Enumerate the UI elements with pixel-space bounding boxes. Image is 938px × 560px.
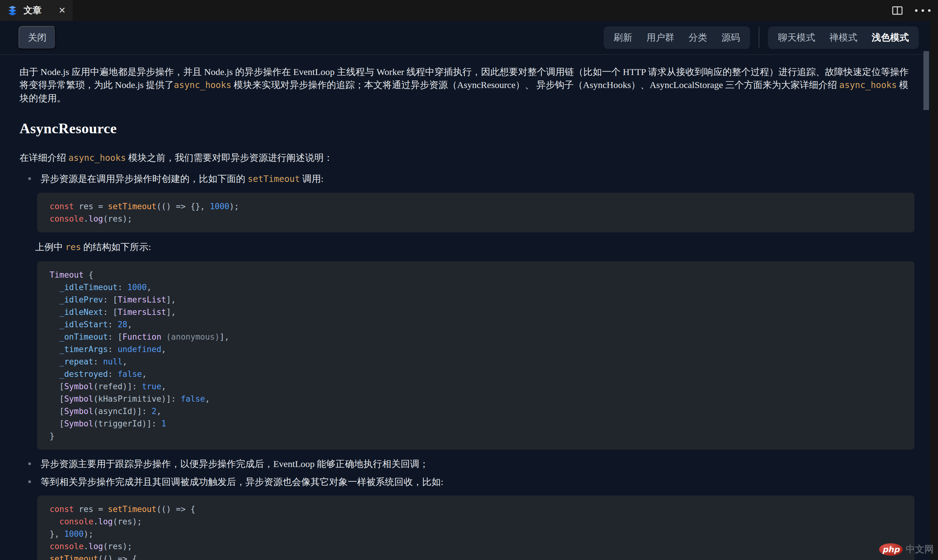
window-actions bbox=[892, 6, 938, 15]
split-editor-icon[interactable] bbox=[892, 6, 903, 15]
bullet-list-2: 异步资源主要用于跟踪异步操作，以便异步操作完成后，EventLoop 能够正确地… bbox=[20, 458, 915, 488]
toolbar-actions-group: 刷新 用户群 分类 源码 bbox=[603, 26, 750, 49]
intro-paragraph: 由于 Node.js 应用中遍地都是异步操作，并且 Node.js 的异步操作在… bbox=[20, 65, 915, 105]
bullet-list: 异步资源是在调用异步操作时创建的，比如下面的 setTimeout 调用: bbox=[20, 172, 915, 185]
php-logo: php bbox=[879, 543, 903, 556]
user-group-button[interactable]: 用户群 bbox=[646, 31, 674, 44]
pre-list-paragraph: 在详细介绍 async_hooks 模块之前，我们需要对即异步资源进行阐述说明： bbox=[20, 151, 915, 165]
section-heading: AsyncResource bbox=[20, 120, 915, 137]
code-block-recycle-example[interactable]: const res = setTimeout(() => { console.l… bbox=[37, 495, 915, 560]
toolbar-modes-group: 聊天模式 禅模式 浅色模式 bbox=[768, 26, 919, 49]
chat-mode-button[interactable]: 聊天模式 bbox=[778, 31, 815, 44]
tab-close-icon[interactable]: ✕ bbox=[59, 6, 66, 15]
list-item: 异步资源主要用于跟踪异步操作，以便异步操作完成后，EventLoop 能够正确地… bbox=[20, 458, 915, 470]
toolbar-right: 刷新 用户群 分类 源码 聊天模式 禅模式 浅色模式 bbox=[603, 26, 919, 49]
toolbar-divider bbox=[759, 27, 759, 48]
refresh-button[interactable]: 刷新 bbox=[614, 31, 632, 44]
watermark-text: 中文网 bbox=[906, 543, 933, 556]
category-button[interactable]: 分类 bbox=[689, 31, 707, 44]
tab-title: 文章 bbox=[23, 4, 42, 17]
zen-mode-button[interactable]: 禅模式 bbox=[829, 31, 857, 44]
light-mode-button[interactable]: 浅色模式 bbox=[872, 31, 909, 44]
tab-article[interactable]: 文章 ✕ bbox=[0, 0, 73, 21]
source-code-button[interactable]: 源码 bbox=[722, 31, 740, 44]
list-item: 等到相关异步操作完成并且其回调被成功触发后，异步资源也会像其它对象一样被系统回收… bbox=[20, 476, 915, 488]
window-right-edge bbox=[930, 21, 938, 560]
tab-bar: 文章 ✕ bbox=[0, 0, 938, 21]
close-article-button[interactable]: 关闭 bbox=[19, 26, 56, 49]
article-content: 由于 Node.js 应用中遍地都是异步操作，并且 Node.js 的异步操作在… bbox=[0, 55, 930, 560]
code-block-timeout-object[interactable]: Timeout { _idleTimeout: 1000, _idlePrev:… bbox=[37, 261, 915, 450]
more-actions-icon[interactable] bbox=[915, 9, 931, 12]
watermark: php 中文网 bbox=[879, 543, 933, 556]
list-item: 异步资源是在调用异步操作时创建的，比如下面的 setTimeout 调用: bbox=[20, 172, 915, 185]
layers-icon bbox=[7, 5, 18, 16]
scrollbar-thumb[interactable] bbox=[923, 51, 929, 110]
article-toolbar: 关闭 刷新 用户群 分类 源码 聊天模式 禅模式 浅色模式 bbox=[0, 21, 930, 55]
res-structure-paragraph: 上例中 res 的结构如下所示: bbox=[20, 240, 915, 254]
code-block-settimeout[interactable]: const res = setTimeout(() => {}, 1000);c… bbox=[37, 193, 915, 232]
